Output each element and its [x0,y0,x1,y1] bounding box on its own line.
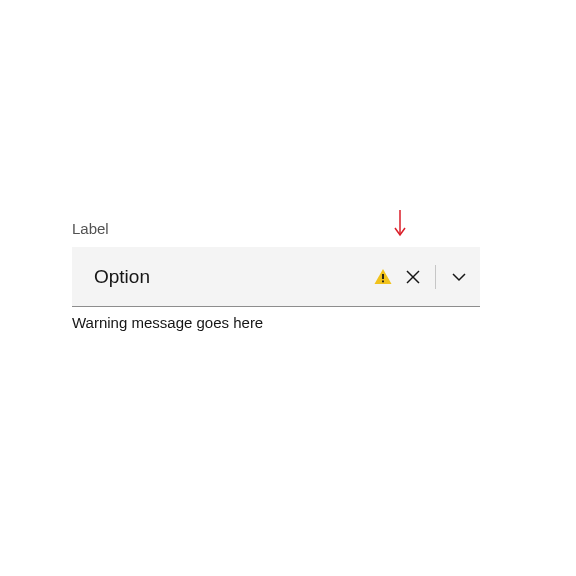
divider [435,265,436,289]
svg-rect-2 [382,280,384,282]
warning-icon [373,267,393,287]
helper-text: Warning message goes here [72,314,480,331]
svg-rect-1 [382,274,384,279]
select-value: Option [94,266,373,288]
field-label: Label [72,220,480,237]
chevron-down-icon[interactable] [450,268,468,286]
select-field[interactable]: Option [72,247,480,307]
close-icon[interactable] [405,269,421,285]
